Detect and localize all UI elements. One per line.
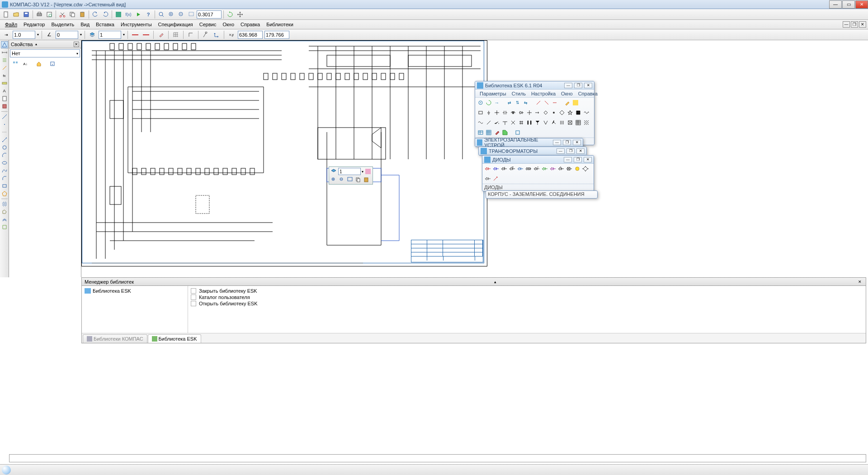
edit-button[interactable] [1,64,8,71]
contour-button[interactable] [1,208,8,215]
esk-menu-settings[interactable]: Настройка [528,90,558,97]
diode-5-icon[interactable] [517,165,524,172]
line-tool-button[interactable] [1,113,8,120]
diode-extra2-icon[interactable] [492,175,500,182]
assoc-button[interactable] [1,103,8,110]
esk-panel-transformers[interactable]: ТРАНСФОРМАТОРЫ ― ❐ ✕ [478,147,587,156]
local-cs-button[interactable] [212,30,221,39]
esk-btn-info-icon[interactable] [514,129,521,136]
esk-comp-bracket-icon[interactable] [526,119,533,126]
new-doc-button[interactable] [2,10,11,19]
point-tool-button[interactable] [1,121,8,128]
properties-pin-button[interactable]: ▴ [33,42,39,47]
layer-field[interactable] [99,31,121,39]
esk-btn-vflip-icon[interactable]: ⇅ [514,99,521,106]
maximize-button[interactable]: ▭ [842,0,855,9]
coord-x-field[interactable] [238,31,263,39]
diodes-minimize-button[interactable]: ― [564,157,572,162]
diodes-restore-button[interactable]: ❐ [574,157,582,162]
esk-comp-hatch-icon[interactable] [583,119,590,126]
cut-button[interactable] [58,10,67,19]
diode-8-icon[interactable] [541,165,548,172]
library-manager-close-button[interactable]: ✕ [857,280,863,284]
library-manager-tree[interactable]: Библиотека ESK [82,286,188,333]
spec-button[interactable] [1,95,8,102]
menu-help[interactable]: Справка [237,21,263,28]
mdi-close-button[interactable]: ✕ [859,21,866,28]
diode-led-icon[interactable] [574,165,581,172]
esk-comp-node-icon[interactable] [493,109,500,116]
prop-alphabetical-button[interactable]: A↓ [21,59,30,68]
esk-btn-grid-icon[interactable] [485,129,492,136]
diode-9-icon[interactable] [549,165,557,172]
undo-button[interactable] [91,10,100,19]
prop-home-button[interactable] [34,59,43,68]
ortho-button[interactable] [186,30,195,39]
line-style-1-button[interactable] [131,30,140,39]
equidistant-button[interactable] [1,216,8,223]
mdi-restore-button[interactable]: ❐ [851,21,858,28]
transformers-restore-button[interactable]: ❐ [566,148,575,154]
mdi-minimize-button[interactable]: ― [843,21,850,28]
esk-btn-red2-icon[interactable] [543,99,550,106]
esk-comp-wave-icon[interactable] [477,119,484,126]
list-item[interactable]: Открыть библиотеку ESK [190,300,864,307]
help-button[interactable]: ? [144,10,153,19]
esk-comp-gridfill-icon[interactable] [575,119,582,126]
diode-2-icon[interactable] [492,165,500,172]
esk-comp-cross-icon[interactable] [526,109,533,116]
esk-comp-v-icon[interactable] [542,119,549,126]
layer-button[interactable] [88,30,97,39]
play-button[interactable] [134,10,143,19]
segment-button[interactable] [1,136,8,143]
diode-4-icon[interactable] [509,165,516,172]
rectangle-button[interactable] [1,182,8,190]
esk-comp-bars-icon[interactable] [558,119,566,126]
polygon-button[interactable] [1,190,8,197]
chamfer-button[interactable] [1,175,8,182]
prop-info-button[interactable] [48,59,57,68]
properties-combo[interactable]: Нет ▾ [10,49,80,57]
esk-close-button[interactable]: ✕ [584,83,592,88]
ctx-extra-button[interactable] [364,168,372,175]
esk-btn-table-icon[interactable] [477,129,484,136]
step-field[interactable] [13,31,35,39]
esk-comp-y-icon[interactable] [534,119,541,126]
menu-specification[interactable]: Спецификация [155,21,196,28]
properties-close-button[interactable]: ✕ [74,42,79,47]
ellipse-button[interactable] [1,159,8,166]
esk-panel-diodes[interactable]: ДИОДЫ ― ❐ ✕ ДИОДЫ [482,155,594,191]
library-manager-pin-button[interactable]: ▴ [493,280,498,284]
esk-comp-mesh-icon[interactable] [566,119,574,126]
esk-comp-diamond-icon[interactable] [542,109,549,116]
esk-comp-slash-icon[interactable] [485,119,492,126]
esk-menu-style[interactable]: Стиль [509,90,528,97]
menu-view[interactable]: Вид [77,21,93,28]
esk-btn-refresh-icon[interactable] [485,99,492,106]
open-button[interactable] [12,10,21,19]
esk-comp-fork-icon[interactable] [550,119,557,126]
redo-button[interactable] [101,10,110,19]
close-button[interactable]: ✕ [855,0,868,9]
ctx-zoom-fit-button[interactable] [346,176,354,183]
menu-service[interactable]: Сервис [196,21,220,28]
tab-esk-lib[interactable]: Библиотека ESK [148,334,201,343]
tree-item-esk[interactable]: Библиотека ESK [84,288,186,294]
ctx-layer-button[interactable] [330,168,337,175]
diode-extra1-icon[interactable] [484,175,491,182]
electrozapal-restore-button[interactable]: ❐ [563,140,571,145]
diode-6-icon[interactable] [525,165,532,172]
zoom-window-button[interactable] [187,10,196,19]
esk-comp-star-icon[interactable] [566,109,574,116]
aux-line-button[interactable] [1,128,8,136]
esk-comp-coil-icon[interactable] [583,109,590,116]
esk-menu-params[interactable]: Параметры [477,90,509,97]
esk-main-panel[interactable]: Библиотека ESK 6.1 R04 ― ❐ ✕ Параметры С… [475,81,594,145]
esk-panel-ground[interactable]: КОРПУС - ЗАЗЕМЛЕНИЕ. СОЕДИНЕНИЯ [486,190,598,199]
esk-restore-button[interactable]: ❐ [574,83,582,88]
minimize-button[interactable]: ― [829,0,842,9]
esk-comp-t-icon[interactable] [501,119,509,126]
zoom-field[interactable] [197,10,222,19]
esk-btn-tag-icon[interactable] [501,129,509,136]
designation-button[interactable] [1,57,8,64]
